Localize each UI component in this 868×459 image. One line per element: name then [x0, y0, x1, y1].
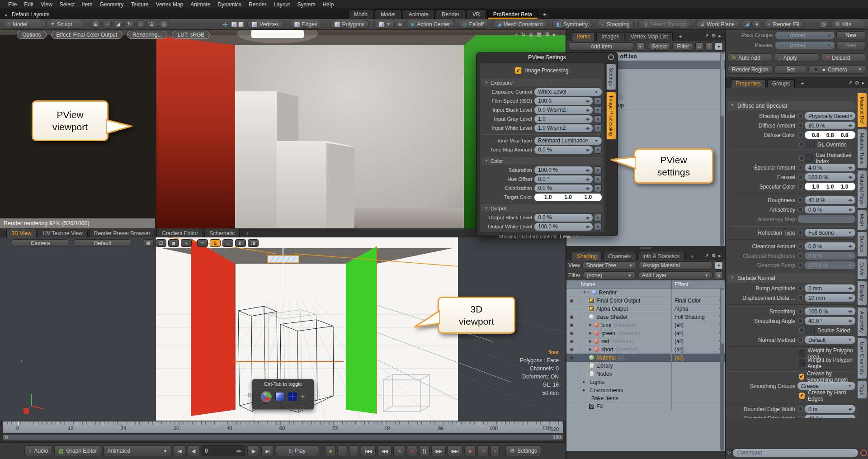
mini-stepper-icon[interactable]: ◀▶	[848, 198, 852, 202]
eye-icon[interactable]	[566, 394, 577, 402]
menu-item[interactable]: View	[37, 1, 56, 8]
mini-stepper-icon[interactable]: ◀▶	[848, 309, 852, 313]
expand-icon[interactable]: ↗	[848, 80, 852, 86]
channel-dropdown-button[interactable]: ▼	[594, 115, 602, 123]
property-row[interactable]: Diffuse Color 0.80.80.8 ◀▶ ▼ ✔	[726, 130, 855, 140]
falloff-button[interactable]: ◎Falloff	[458, 20, 488, 28]
shader-tree-row[interactable]: Bake Items	[566, 394, 725, 402]
property-row[interactable]: Displacement Dista ... 10 mm ◀▶ ▼ ✔	[726, 293, 855, 303]
channel-toggle[interactable]	[797, 295, 803, 301]
channel-dropdown-button[interactable]: ▼	[594, 97, 602, 105]
channel-dropdown-button[interactable]: ▼	[594, 223, 602, 231]
property-row[interactable]: Fresnel 100.0 % ◀▶ ▼ ✔	[726, 172, 855, 182]
property-row[interactable]: ◀▶ ▼ ✔ Double Sided	[726, 326, 855, 335]
panel-menu-icon[interactable]: ▸	[862, 80, 864, 86]
eye-icon[interactable]	[566, 289, 577, 296]
viewport-tab[interactable]: Gradient Editor	[156, 229, 203, 237]
go-to-start-button[interactable]: |◀	[174, 445, 185, 456]
value-field[interactable]: 0.0 % ◀▶ ▼	[534, 146, 593, 154]
eye-icon[interactable]: ◉	[566, 345, 577, 353]
action-center-button[interactable]: ⊕Action Center	[406, 20, 454, 28]
snapping-button[interactable]: +Snapping	[597, 20, 634, 28]
dropdown-arrow-icon[interactable]: ▼	[848, 231, 852, 235]
select-tool-icon[interactable]: ◢	[113, 20, 123, 28]
channel-toggle[interactable]	[799, 327, 805, 333]
property-row[interactable]: ◀▶ ▼ ✔ Weight by Polygon Angle	[726, 358, 855, 368]
viewport-tab[interactable]: Schematic	[204, 229, 240, 237]
property-row[interactable]: ◀▶ ▼ ✔ Crease by Hard Edges	[726, 391, 855, 400]
menu-item[interactable]: Help	[319, 1, 337, 8]
settings-row[interactable]: Input White Level 1.0 W/srm2 ◀▶ ▼ ▼	[481, 123, 602, 132]
shader-tree-row[interactable]: Library	[566, 362, 725, 370]
collapse-icon[interactable]: ⊟	[715, 271, 723, 279]
expand-arrow-icon[interactable]: ▶	[589, 331, 592, 335]
default-layouts-label[interactable]: Default Layouts	[12, 11, 49, 18]
expand-arrow-icon[interactable]: ▶	[583, 380, 585, 384]
property-row[interactable]: Diffuse Amount 80.0 % ◀▶ ▼ ✔	[726, 121, 855, 130]
menu-item[interactable]: Texture	[127, 1, 152, 8]
channel-toggle[interactable]	[797, 184, 803, 189]
value-field[interactable]: 100.0 % ◀▶ ▼	[805, 261, 855, 269]
items-tab[interactable]: Vertex Map List	[626, 32, 673, 41]
dropdown-arrow-icon[interactable]: ▼	[594, 139, 598, 143]
symmetry-button[interactable]: ◧Symmetry	[552, 20, 592, 28]
panel-menu-icon[interactable]: ▸	[718, 33, 721, 39]
shader-tree-row[interactable]: ◉ ▶ green (Material) (all)▼	[566, 329, 725, 337]
value-field[interactable]: 100.0 % ◀▶ ▼	[805, 308, 855, 315]
layout-tab[interactable]: Animate	[403, 9, 434, 19]
channel-toggle[interactable]	[797, 318, 803, 324]
value-field[interactable]: 0.0 % ◀▶ ▼	[805, 252, 855, 260]
properties-tab[interactable]: +	[796, 80, 808, 88]
eye-icon[interactable]: ◉	[566, 329, 577, 337]
render-region-button[interactable]: Render Region	[727, 65, 773, 74]
work-plane-button[interactable]: ⊞Work Plane	[696, 20, 739, 28]
viewport-tab[interactable]: 3D View	[6, 229, 36, 237]
layout-tab[interactable]: ProRender Beta	[487, 9, 538, 19]
channel-toggle[interactable]	[797, 406, 803, 412]
move-tool-icon[interactable]: +	[102, 20, 111, 28]
property-row[interactable]: Clearcoat Roughness 0.0 % ◀▶ ▼ ✔	[726, 251, 855, 260]
mini-stepper-icon[interactable]: ◀▶	[585, 225, 589, 229]
shading-tab[interactable]: Info & Statistics	[637, 252, 685, 260]
menu-item[interactable]: File	[5, 1, 20, 8]
settings-row[interactable]: Output White Level 100.0 % ◀▶ ▼ ▼	[481, 222, 602, 231]
edges-mode-button[interactable]: Edges	[290, 20, 322, 28]
settings-row[interactable]: Target Color 1.01.01.0 ◀▶ ▼ ▼	[481, 193, 602, 202]
value-field[interactable]: 100.0 % ◀▶ ▼	[805, 173, 855, 181]
property-row[interactable]: Shading Model Physically Based ◀▶ ▼ ✔	[726, 111, 855, 121]
eye-icon[interactable]: ◉	[566, 337, 577, 345]
expand-arrow-icon[interactable]: ▶	[583, 388, 585, 392]
pview-header-button[interactable]: Options	[17, 31, 46, 39]
value-field[interactable]: 1.0 ◀▶ ▼	[534, 115, 593, 123]
discard-button[interactable]: ✕Discard	[821, 53, 866, 62]
value-field[interactable]: Physically Based ◀▶ ▼	[805, 112, 855, 120]
new-pass-button[interactable]: New	[836, 41, 865, 49]
pview-header-button[interactable]: Effect: Final Color Output	[51, 31, 123, 39]
settings-row[interactable]: Saturation 100.0 % ◀▶ ▼ ▼	[481, 166, 602, 175]
property-row[interactable]: Specular Amount 4.0 % ◀▶ ▼ ✔	[726, 163, 855, 172]
property-row[interactable]: Specular Color 1.01.01.0 ◀▶ ▼ ✔	[726, 182, 855, 191]
channel-toggle[interactable]	[797, 207, 803, 213]
side-tab[interactable]: Image Processing	[606, 92, 616, 140]
property-row[interactable]: Smoothing Angle 40.0 ° ◀▶ ▼ ✔	[726, 316, 855, 326]
property-row[interactable]: Roughness 40.0 % ◀▶ ▼ ✔	[726, 195, 855, 205]
property-row[interactable]: ◀▶ ▼ ✔ GL Override	[726, 140, 855, 149]
eye-icon[interactable]	[566, 305, 577, 312]
play-mode-select[interactable]: Animated▼	[104, 445, 171, 456]
checkbox[interactable]: ✔	[799, 392, 805, 399]
shading-tab[interactable]: +	[686, 252, 698, 260]
pin-circle-icon[interactable]	[608, 54, 614, 60]
settings-row[interactable]: Color ◀▶ ▼ ▼	[481, 157, 602, 165]
value-field[interactable]: White Level ◀▶ ▼	[534, 88, 602, 96]
property-row[interactable]: Rounded Edge Width 0 m ◀▶ ▼ ✔	[726, 404, 855, 414]
value-field[interactable]: 1.0 W/srm2 ◀▶ ▼	[534, 124, 593, 132]
eye-icon[interactable]: ◉	[566, 354, 577, 361]
layout-tab[interactable]: VR	[467, 9, 486, 19]
expand-arrow-icon[interactable]: ▶	[589, 347, 592, 351]
playbar-extra-button[interactable]: ▪	[491, 445, 500, 456]
add-item-arrow[interactable]: ▼	[636, 43, 644, 51]
dropdown-arrow-icon[interactable]: ▼	[848, 338, 852, 342]
camera-toggle[interactable]	[813, 66, 819, 72]
item-mode-icon[interactable]: ⊞	[90, 20, 101, 28]
inspect-tool-icon[interactable]: ◎	[159, 20, 170, 28]
